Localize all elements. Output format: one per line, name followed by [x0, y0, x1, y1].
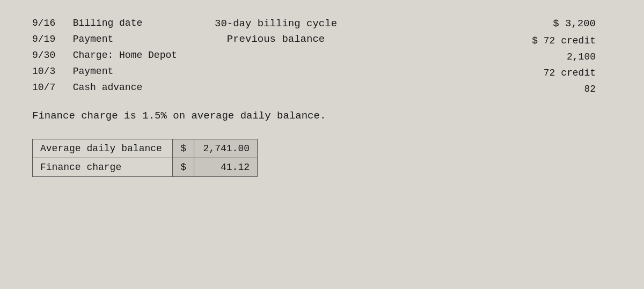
transaction-row-5: 10/7 Cash advance — [32, 80, 215, 95]
label-cell-1: Average daily balance — [33, 139, 173, 158]
amount-4: 82 — [584, 84, 596, 94]
amount-row-3: 72 credit — [532, 66, 596, 81]
billing-cycle-title: 30-day billing cycle — [215, 16, 337, 32]
previous-balance-label: Previous balance — [215, 32, 337, 47]
transaction-row-4: 10/3 Payment — [32, 64, 215, 79]
transaction-row-1: 9/16 Billing date — [32, 16, 215, 31]
amount-row-1: $ 72 credit — [532, 34, 596, 49]
table-row-2: Finance charge $ 41.12 — [33, 158, 258, 177]
main-container: 9/16 Billing date 9/19 Payment 9/30 Char… — [0, 0, 644, 289]
finance-charge-note: Finance charge is 1.5% on average daily … — [32, 110, 612, 122]
amounts-column: $ 3,200 $ 72 credit 2,100 72 credit 82 — [532, 16, 596, 97]
center-header: 30-day billing cycle Previous balance — [215, 16, 337, 47]
amount-1: $ 72 — [532, 35, 555, 46]
date-4: 10/3 — [32, 66, 55, 77]
calc-table: Average daily balance $ 2,741.00 Finance… — [32, 139, 258, 177]
dates-column: 9/16 Billing date 9/19 Payment 9/30 Char… — [32, 16, 215, 95]
date-3: 9/30 — [32, 50, 55, 61]
table-row-1: Average daily balance $ 2,741.00 — [33, 139, 258, 158]
desc-3: Charge: Home Depot — [73, 50, 177, 61]
amounts-list: $ 72 credit 2,100 72 credit 82 — [532, 34, 596, 97]
desc-2: Payment — [73, 34, 114, 45]
value-cell-2: 41.12 — [194, 158, 258, 177]
table-section: Average daily balance $ 2,741.00 Finance… — [32, 139, 612, 177]
amount-row-2: 2,100 — [532, 50, 596, 65]
previous-balance-amount: $ 3,200 — [553, 16, 596, 32]
desc-5: Cash advance — [73, 82, 143, 93]
value-cell-1: 2,741.00 — [194, 139, 258, 158]
header-section: 9/16 Billing date 9/19 Payment 9/30 Char… — [32, 16, 612, 95]
date-5: 10/7 — [32, 82, 55, 93]
transaction-row-2: 9/19 Payment — [32, 32, 215, 47]
desc-4: Payment — [73, 66, 114, 77]
dollar-cell-2: $ — [173, 158, 194, 177]
dollar-cell-1: $ — [173, 139, 194, 158]
desc-1: Billing date — [73, 18, 143, 28]
transaction-row-3: 9/30 Charge: Home Depot — [32, 48, 215, 63]
label-cell-2: Finance charge — [33, 158, 173, 177]
date-1: 9/16 — [32, 18, 55, 28]
modifier-1: credit — [561, 35, 596, 46]
amount-row-4: 82 — [532, 82, 596, 97]
date-2: 9/19 — [32, 34, 55, 45]
amount-2: 2,100 — [567, 51, 596, 62]
amount-3: 72 — [544, 68, 555, 78]
modifier-3: credit — [561, 68, 596, 78]
